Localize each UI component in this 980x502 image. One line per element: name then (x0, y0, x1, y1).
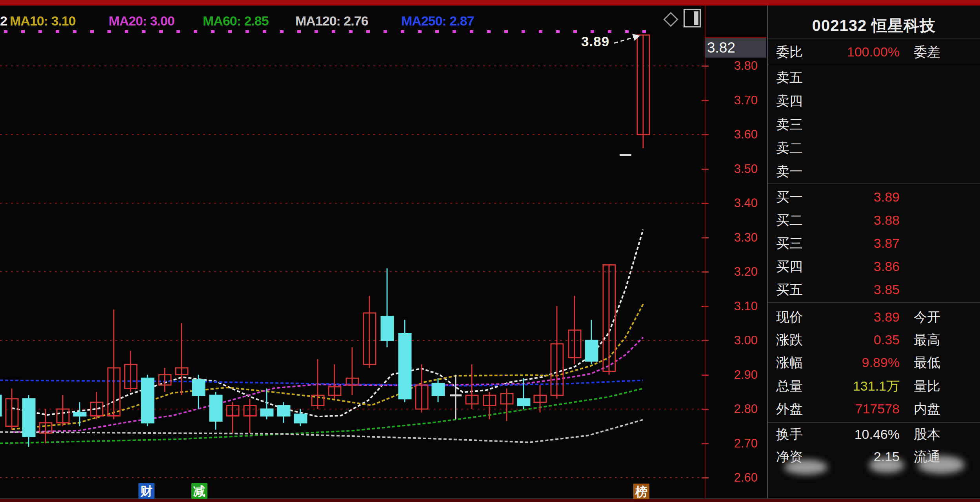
ma-legend-item-3: MA60: 2.85 (203, 13, 269, 29)
ask-row-5[interactable]: 卖五 (768, 69, 980, 86)
stat-row-2-label: 涨跌 (776, 331, 803, 348)
stat-row-3: 涨幅9.89%最低 (768, 354, 980, 371)
panel-divider (768, 302, 980, 303)
weibi-row-label: 委比 (776, 43, 803, 60)
panel-divider (768, 64, 980, 64)
bid-row-3-label: 买三 (776, 235, 803, 252)
stat-row-5-label2: 内盘 (914, 400, 940, 417)
bid-row-1-value: 3.89 (807, 188, 900, 206)
axis-tick-label: 3.00 (705, 333, 758, 348)
split-pane-icon[interactable] (684, 9, 701, 27)
bid-row-2-value: 3.88 (807, 211, 900, 229)
stat-row-1-label: 现价 (776, 308, 803, 326)
ma-legend-item-1: MA10: 3.10 (10, 13, 76, 29)
ask-row-3[interactable]: 卖三 (768, 116, 980, 133)
bid-row-4[interactable]: 买四3.86 (768, 258, 980, 275)
stat-row-4-label2: 量比 (914, 377, 940, 395)
stat-row-2-value: 0.35 (807, 331, 900, 348)
candle-down (381, 316, 393, 340)
axis-tick-label: 3.20 (705, 264, 758, 279)
ma-legend-item-2: MA20: 3.00 (109, 13, 175, 29)
bid-row-5-value: 3.85 (807, 281, 900, 298)
chart-badge-财[interactable]: 财 (138, 483, 155, 499)
candlestick-chart-pane[interactable]: 2 MA10: 3.10MA20: 3.00MA60: 2.85MA120: 2… (0, 5, 705, 499)
ma-line-ma250 (0, 380, 643, 386)
bid-row-2[interactable]: 买二3.88 (768, 211, 980, 229)
ma-line-ma5 (12, 229, 643, 417)
candle-down (261, 409, 273, 416)
candle-down (585, 340, 598, 361)
blur-smudge (869, 457, 904, 473)
blur-smudge (784, 460, 827, 475)
bid-row-5[interactable]: 买五3.85 (768, 281, 980, 298)
candle-down (142, 378, 154, 423)
stat-row-4: 总量131.1万量比 (768, 377, 980, 395)
stat-row-1-value: 3.89 (807, 308, 900, 326)
axis-tick-label: 3.70 (705, 93, 758, 108)
candle-down (432, 383, 444, 395)
axis-tick-label: 3.80 (705, 58, 758, 73)
ask-row-2-label: 卖二 (776, 139, 803, 156)
ma-legend-item-5: MA250: 2.87 (401, 13, 474, 29)
weibi-row-value: 100.00% (807, 43, 900, 60)
bid-row-1-label: 买一 (776, 188, 803, 206)
ask-row-4[interactable]: 卖四 (768, 92, 980, 109)
chart-badge-减[interactable]: 减 (191, 483, 207, 499)
bid-row-4-label: 买四 (776, 258, 803, 275)
candle-down (74, 413, 86, 416)
axis-tick-label: 3.10 (705, 299, 758, 314)
stat-row-5-label: 外盘 (776, 400, 803, 417)
panel-divider (768, 38, 980, 38)
stat-row-3-label2: 最低 (914, 354, 940, 371)
ma5-legend-partial: 2 (0, 13, 7, 29)
price-axis: 3.82 3.803.703.603.503.403.303.203.103.0… (705, 5, 767, 499)
stat-row-1: 现价3.89今开 (768, 308, 980, 326)
ask-row-2[interactable]: 卖二 (768, 139, 980, 156)
price-axis-line (705, 5, 705, 499)
ask-row-5-label: 卖五 (776, 69, 803, 86)
panel-divider (768, 183, 980, 184)
axis-tick-label: 3.60 (705, 127, 758, 142)
stat-row-6: 换手10.46%股本 (768, 426, 980, 443)
candle-down (295, 414, 307, 423)
price-annotation-label: 3.89 (581, 34, 609, 49)
ask-row-1[interactable]: 卖一 (768, 163, 980, 180)
ask-row-4-label: 卖四 (776, 92, 803, 109)
ask-row-1-label: 卖一 (776, 163, 803, 180)
candle-down (0, 395, 1, 416)
ma-line-ma120 (0, 420, 643, 442)
bid-row-2-label: 买二 (776, 211, 803, 229)
current-price-marker: 3.82 (705, 37, 766, 58)
candle-down (23, 399, 35, 437)
ma-legend: 2 MA10: 3.10MA20: 3.00MA60: 2.85MA120: 2… (0, 13, 705, 29)
weibi-row-label2: 委差 (914, 43, 940, 60)
axis-tick-label: 2.90 (705, 367, 758, 382)
panel-divider (768, 422, 980, 423)
bid-row-3[interactable]: 买三3.87 (768, 235, 980, 252)
stat-row-4-label: 总量 (776, 377, 803, 395)
blur-smudge (918, 456, 965, 474)
stat-row-2: 涨跌0.35最高 (768, 331, 980, 348)
stat-row-5: 外盘717578内盘 (768, 400, 980, 417)
stat-row-1-label2: 今开 (914, 308, 940, 326)
ma-line-ma10 (12, 304, 643, 429)
bottom-red-bar (0, 499, 980, 502)
candle-down (399, 334, 411, 399)
quote-panel: 002132 恒星科技 委比100.00%委差卖五卖四卖三卖二卖一买一3.89买… (767, 5, 980, 499)
candlestick-chart-canvas[interactable] (0, 5, 705, 499)
stat-row-6-value: 10.46% (807, 426, 900, 443)
stat-row-5-value: 717578 (807, 400, 900, 417)
stat-row-4-value: 131.1万 (807, 377, 900, 395)
stat-row-2-label2: 最高 (914, 331, 940, 348)
bid-row-5-label: 买五 (776, 281, 803, 298)
axis-tick-label: 2.60 (705, 470, 758, 485)
bid-row-1[interactable]: 买一3.89 (768, 188, 980, 206)
candle-down (193, 380, 205, 395)
candle-down (518, 399, 530, 406)
stat-row-3-label: 涨幅 (776, 354, 803, 371)
candle-down (210, 395, 222, 421)
stat-row-6-label2: 股本 (914, 426, 940, 443)
chart-badge-榜[interactable]: 榜 (633, 484, 649, 499)
annotation-arrow-line (614, 37, 635, 43)
split-pane-icon-bar (694, 11, 698, 25)
